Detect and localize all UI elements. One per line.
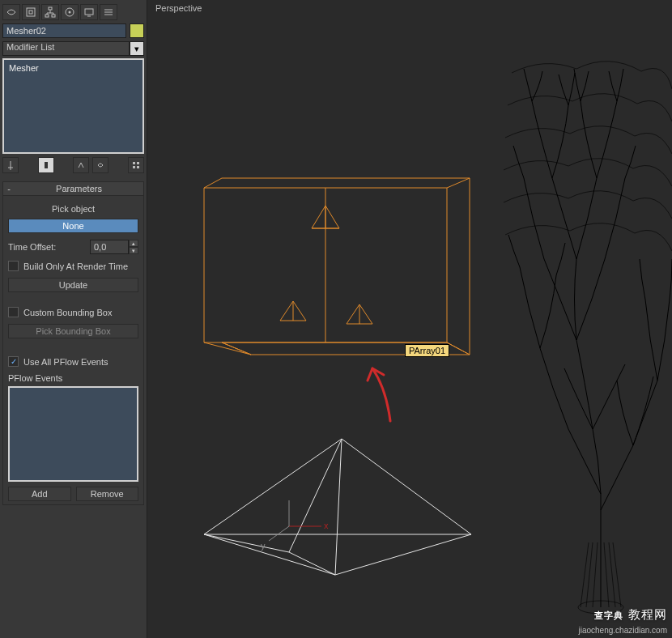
add-remove-row: Add Remove <box>8 487 138 501</box>
modifier-stack-toolbar <box>2 157 144 173</box>
spinner-up-icon[interactable]: ▴ <box>129 240 138 247</box>
svg-text:x: x <box>324 521 329 530</box>
pick-bb-button: Pick Bounding Box <box>8 324 138 338</box>
modifier-list-dropdown[interactable]: Modifier List <box>2 41 130 56</box>
rollout-header[interactable]: - Parameters <box>2 181 144 196</box>
parameters-rollout: - Parameters Pick object None Time Offse… <box>2 181 144 505</box>
svg-rect-1 <box>29 11 32 14</box>
tab-create-icon[interactable] <box>2 4 20 20</box>
remove-button[interactable]: Remove <box>76 487 139 501</box>
tab-display-icon[interactable] <box>80 4 98 20</box>
viewport[interactable]: Perspective <box>147 0 672 638</box>
time-offset-spinner[interactable]: ▴▾ <box>90 240 138 254</box>
spinner-down-icon[interactable]: ▾ <box>129 247 138 254</box>
rollout-title: Parameters <box>15 184 143 194</box>
tab-hierarchy-icon[interactable] <box>41 4 59 20</box>
selection-tooltip: PArray01 <box>405 344 449 357</box>
watermark-url: jiaocheng.chazidian.com <box>578 626 667 635</box>
svg-line-35 <box>204 534 289 552</box>
command-panel: Modifier List ▾ Mesher - Parameters Pick… <box>0 0 147 638</box>
svg-line-34 <box>289 552 335 575</box>
pick-object-label: Pick object <box>8 201 138 219</box>
configure-sets-icon[interactable] <box>128 157 144 173</box>
object-name-field[interactable] <box>2 23 126 38</box>
custom-bb-checkbox[interactable] <box>8 307 19 317</box>
svg-line-18 <box>447 342 470 355</box>
object-color-swatch[interactable] <box>130 23 144 38</box>
svg-line-32 <box>335 439 342 575</box>
svg-point-6 <box>69 11 71 14</box>
svg-marker-30 <box>204 439 471 575</box>
svg-rect-4 <box>52 15 55 17</box>
pflow-events-label: PFlow Events <box>8 373 138 383</box>
use-all-pflow-checkbox[interactable] <box>8 356 19 367</box>
pin-stack-icon[interactable] <box>2 157 19 173</box>
object-name-row <box>2 23 144 38</box>
svg-rect-2 <box>49 7 52 10</box>
svg-line-16 <box>447 178 470 188</box>
svg-rect-3 <box>45 15 49 17</box>
pick-object-button[interactable]: None <box>8 219 138 233</box>
time-offset-input[interactable] <box>90 240 129 254</box>
svg-text:y: y <box>261 541 266 551</box>
tab-modify-icon[interactable] <box>22 4 40 20</box>
build-render-only-row[interactable]: Build Only At Render Time <box>8 261 138 271</box>
watermark: 查字典教程网 <box>594 601 667 623</box>
time-offset-row: Time Offset: ▴▾ <box>8 240 138 254</box>
modifier-stack-item[interactable]: Mesher <box>9 63 138 73</box>
custom-bb-label: Custom Bounding Box <box>23 308 112 317</box>
svg-rect-10 <box>137 162 139 164</box>
time-offset-label: Time Offset: <box>8 242 56 252</box>
svg-rect-7 <box>85 9 93 15</box>
panel-tab-row <box>2 2 144 23</box>
use-all-pflow-row[interactable]: Use All PFlow Events <box>8 356 138 367</box>
rollout-body: Pick object None Time Offset: ▴▾ Build O… <box>2 196 144 505</box>
svg-line-33 <box>289 439 342 552</box>
viewport-scene: x y <box>147 0 672 638</box>
remove-modifier-icon[interactable] <box>92 157 108 173</box>
svg-rect-8 <box>45 162 48 168</box>
build-render-only-label: Build Only At Render Time <box>23 262 128 271</box>
rollout-collapse-icon: - <box>3 184 15 194</box>
tab-utilities-icon[interactable] <box>100 4 117 20</box>
custom-bb-row[interactable]: Custom Bounding Box <box>8 307 138 317</box>
modifier-list-row: Modifier List ▾ <box>2 41 144 56</box>
pflow-events-listbox[interactable] <box>8 386 138 482</box>
show-end-result-icon[interactable] <box>38 157 54 173</box>
svg-line-21 <box>204 342 251 355</box>
tab-motion-icon[interactable] <box>61 4 79 20</box>
add-button[interactable]: Add <box>8 487 71 501</box>
update-button[interactable]: Update <box>8 278 138 292</box>
use-all-pflow-label: Use All PFlow Events <box>23 357 108 367</box>
modifier-stack[interactable]: Mesher <box>2 58 144 154</box>
svg-rect-12 <box>137 166 139 168</box>
svg-line-38 <box>269 526 289 541</box>
dropdown-arrow-icon[interactable]: ▾ <box>130 41 144 56</box>
make-unique-icon[interactable] <box>73 157 89 173</box>
svg-rect-11 <box>133 166 135 168</box>
svg-rect-9 <box>133 162 135 164</box>
svg-rect-0 <box>27 8 35 16</box>
build-render-only-checkbox[interactable] <box>8 261 19 271</box>
svg-line-15 <box>204 178 222 188</box>
